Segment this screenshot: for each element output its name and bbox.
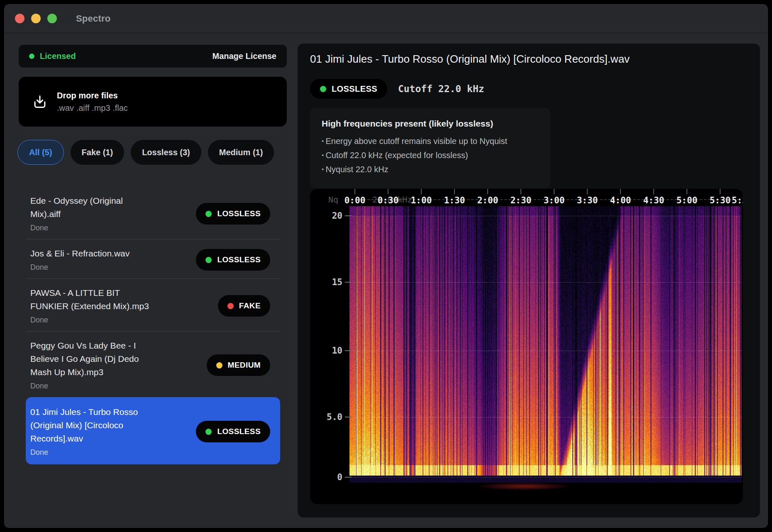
spectrogram-image [349, 206, 742, 483]
file-info: PAWSA - A LITTLE BIT FUNKIER (Extended M… [30, 286, 155, 325]
verdict-heading: High frequencies present (likely lossles… [322, 119, 538, 129]
dropzone-title: Drop more files [57, 91, 128, 100]
badge-label: FAKE [239, 301, 261, 310]
time-tick-label: 3:30 [577, 195, 598, 205]
cutoff-readout: Cutoff 22.0 kHz [398, 83, 484, 94]
file-list-item[interactable]: 01 Jimi Jules - Turbo Rosso (Original Mi… [26, 397, 280, 464]
time-tick [454, 189, 455, 194]
verdict-bullet: Cutoff 22.0 kHz (expected for lossless) [322, 149, 538, 163]
verdict-badge: LOSSLESS [310, 79, 387, 99]
file-list-item[interactable]: Ede - Odyssey (Original Mix).aiffDoneLOS… [26, 187, 280, 239]
badge-label: LOSSLESS [217, 427, 261, 436]
badge-dot-icon [227, 303, 234, 309]
close-window-button[interactable] [15, 14, 24, 23]
license-bar: Licensed Manage License [19, 45, 287, 68]
time-tick-label: 4:30 [643, 195, 665, 205]
freq-tick-label: 0 [310, 472, 342, 482]
freq-tick [345, 417, 352, 417]
file-dropzone[interactable]: Drop more files .wav .aiff .mp3 .flac [19, 77, 287, 127]
filter-tab-medium[interactable]: Medium (1) [208, 140, 274, 165]
filter-tab-lossless[interactable]: Lossless (3) [131, 140, 201, 165]
time-tick [686, 189, 687, 194]
window-controls [15, 14, 57, 23]
time-tick [587, 189, 588, 194]
file-status: Done [30, 447, 155, 458]
file-name: 01 Jimi Jules - Turbo Rosso (Original Mi… [30, 405, 155, 445]
file-status: Done [30, 381, 155, 391]
file-name: Jos & Eli - Refraction.wav [30, 247, 155, 260]
file-info: Peggy Gou Vs Lady Bee - I Believe I Go A… [30, 339, 155, 391]
dropzone-formats: .wav .aiff .mp3 .flac [57, 103, 128, 113]
freq-tick-label: 5.0 [310, 412, 342, 422]
verdict-bullet: Nyquist 22.0 kHz [322, 163, 538, 177]
download-tray-icon [32, 94, 48, 110]
time-tick-label: 0:30 [378, 195, 399, 205]
file-verdict-badge: LOSSLESS [196, 249, 270, 271]
time-tick [653, 189, 654, 194]
time-tick-label: 1:30 [444, 195, 465, 205]
freq-tick-label: 15 [310, 277, 342, 287]
freq-tick [345, 282, 352, 283]
file-verdict-badge: MEDIUM [207, 354, 270, 376]
filter-tab-fake[interactable]: Fake (1) [71, 140, 125, 165]
file-name: Ede - Odyssey (Original Mix).aiff [30, 194, 155, 221]
file-verdict-badge: LOSSLESS [196, 421, 270, 442]
file-list-item[interactable]: PAWSA - A LITTLE BIT FUNKIER (Extended M… [26, 279, 280, 332]
nyquist-ghost-label: Nq [328, 195, 338, 205]
time-tick [720, 189, 721, 194]
app-screen: Spectro Licensed Manage License Drop mor… [0, 0, 772, 532]
badge-dot-icon [216, 362, 222, 368]
file-status: Done [30, 315, 155, 325]
spectrogram-panel: Nq 22.0 kHz 0:000:301:001:302:002:303:00… [310, 189, 743, 504]
time-tick [520, 189, 521, 194]
badge-dot-icon [205, 429, 212, 435]
file-status: Done [30, 262, 155, 273]
dropzone-text: Drop more files .wav .aiff .mp3 .flac [57, 91, 128, 113]
window-title: Spectro [76, 13, 110, 24]
file-list-item[interactable]: Jos & Eli - Refraction.wavDoneLOSSLESS [26, 239, 280, 279]
verdict-bullet-list: Energy above cutoff remains visible up t… [322, 134, 538, 177]
time-tick-label-clipped: 5:35 [732, 195, 743, 205]
freq-tick [345, 215, 352, 216]
badge-dot-icon [205, 257, 212, 263]
time-tick-label: 5:00 [677, 195, 698, 205]
time-tick-label: 3:00 [544, 195, 565, 205]
time-tick-label: 0:00 [344, 195, 366, 205]
filter-tab-all[interactable]: All (5) [17, 140, 64, 165]
time-tick-label: 5:30 [710, 195, 731, 205]
time-tick [620, 189, 621, 194]
sub-zero-artifact [479, 483, 569, 490]
file-status: Done [30, 222, 155, 233]
file-info: 01 Jimi Jules - Turbo Rosso (Original Mi… [30, 405, 155, 458]
file-verdict-badge: FAKE [218, 295, 270, 317]
freq-tick-label: 10 [310, 346, 342, 356]
manage-license-button[interactable]: Manage License [212, 51, 276, 61]
filter-tabs: All (5)Fake (1)Lossless (3)Medium (1) [17, 140, 291, 165]
file-verdict-badge: LOSSLESS [196, 203, 270, 225]
license-status-label: Licensed [40, 51, 76, 61]
license-status: Licensed [29, 51, 76, 61]
badge-dot-icon [205, 211, 212, 217]
file-name: PAWSA - A LITTLE BIT FUNKIER (Extended M… [30, 286, 155, 313]
time-tick [388, 189, 388, 194]
freq-tick-label: 20 [310, 211, 342, 221]
freq-tick [345, 350, 352, 351]
verdict-box: High frequencies present (likely lossles… [310, 108, 550, 188]
zoom-window-button[interactable] [47, 14, 57, 23]
file-info: Ede - Odyssey (Original Mix).aiffDone [30, 194, 155, 233]
minimize-window-button[interactable] [31, 14, 41, 23]
detail-file-title: 01 Jimi Jules - Turbo Rosso (Original Mi… [310, 53, 750, 66]
time-tick [421, 189, 422, 194]
verdict-badge-dot-icon [320, 86, 326, 92]
badge-label: LOSSLESS [217, 209, 261, 218]
time-tick-label: 1:00 [411, 195, 432, 205]
time-tick-label: 2:00 [477, 195, 498, 205]
file-info: Jos & Eli - Refraction.wavDone [30, 247, 155, 273]
badge-label: MEDIUM [228, 361, 261, 370]
file-list-item[interactable]: Peggy Gou Vs Lady Bee - I Believe I Go A… [26, 332, 280, 397]
time-tick-label: 2:30 [511, 195, 532, 205]
license-status-dot-icon [29, 54, 34, 59]
file-list: Ede - Odyssey (Original Mix).aiffDoneLOS… [19, 187, 287, 464]
detail-panel: 01 Jimi Jules - Turbo Rosso (Original Mi… [298, 44, 760, 517]
detail-badge-row: LOSSLESS Cutoff 22.0 kHz [310, 79, 484, 99]
